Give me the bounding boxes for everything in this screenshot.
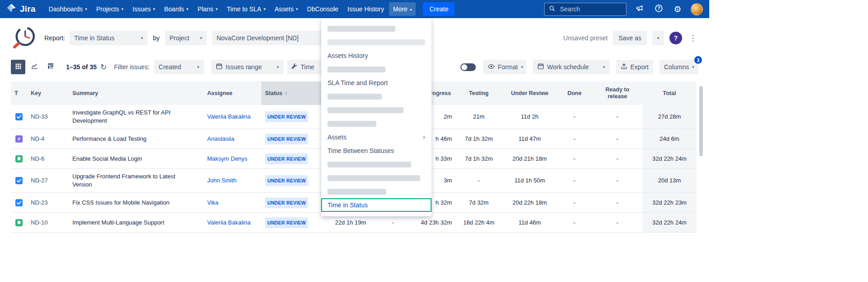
- more-options-button[interactable]: ⋮: [688, 33, 698, 43]
- column-header-label: Status: [265, 90, 282, 97]
- nav-items: Dashboards▾Projects▾Issues▾Boards▾Plans▾…: [45, 2, 416, 16]
- assignee-link[interactable]: Vika: [207, 199, 218, 207]
- menu-item-assets[interactable]: Assets›: [321, 130, 432, 144]
- pivot-view-button[interactable]: [43, 60, 58, 74]
- chevron-down-icon: ▾: [85, 7, 87, 11]
- column-header-label: Key: [31, 90, 41, 97]
- status-badge: UNDER REVIEW: [265, 111, 308, 122]
- column-header-status[interactable]: Status↑: [261, 81, 322, 105]
- column-header-assignee[interactable]: Assignee: [204, 81, 261, 105]
- menu-item-redacted[interactable]: [321, 35, 432, 49]
- assignee-link[interactable]: Maksym Denys: [207, 155, 247, 163]
- assignee-link[interactable]: John Smith: [207, 177, 237, 185]
- menu-item-redacted[interactable]: [321, 185, 432, 198]
- menu-item-redacted[interactable]: [321, 158, 432, 171]
- announcements-button[interactable]: [634, 3, 645, 15]
- column-header-label: Done: [567, 90, 581, 97]
- cell-total: 20d 13m: [642, 169, 697, 192]
- nav-item-issues[interactable]: Issues▾: [128, 2, 159, 16]
- menu-item-redacted[interactable]: [321, 22, 432, 35]
- search-input[interactable]: [559, 5, 622, 13]
- help-button[interactable]: ?: [653, 3, 664, 15]
- format-select[interactable]: Format ▾: [483, 60, 526, 74]
- assignee-link[interactable]: Valeriia Bakalina: [207, 219, 251, 227]
- menu-item-assets-history[interactable]: Assets History: [321, 49, 432, 62]
- save-as-chevron-button[interactable]: ▾: [652, 31, 664, 45]
- jira-logo[interactable]: Jira: [6, 3, 36, 15]
- column-header-under_review[interactable]: Under Review: [503, 81, 556, 105]
- cell-total: 24d 6m: [642, 129, 697, 148]
- nav-item-dashboards[interactable]: Dashboards▾: [45, 2, 91, 16]
- menu-item-label: Assets: [327, 134, 346, 141]
- create-button[interactable]: Create: [423, 2, 455, 16]
- menu-item-redacted[interactable]: [321, 117, 432, 130]
- menu-item-sla-time-and-report[interactable]: SLA Time and Report: [321, 76, 432, 90]
- report-help-button[interactable]: ?: [669, 32, 682, 44]
- nav-item-projects[interactable]: Projects▾: [92, 2, 128, 16]
- filter-issues-label: Filter issues:: [114, 63, 150, 71]
- line-chart-icon: [31, 62, 38, 72]
- chart-view-button[interactable]: [27, 60, 42, 74]
- menu-item-redacted[interactable]: [321, 171, 432, 185]
- issues-range-select[interactable]: Issues range ▾: [211, 60, 284, 74]
- settings-button[interactable]: ⚙: [672, 3, 683, 15]
- chevron-down-icon: ▾: [200, 36, 202, 40]
- report-type-select[interactable]: Time in Status ▾: [70, 31, 147, 45]
- menu-item-redacted[interactable]: [321, 103, 432, 117]
- nav-item-plans[interactable]: Plans▾: [194, 2, 222, 16]
- work-schedule-select[interactable]: Work schedule ▾: [533, 60, 610, 74]
- filter-field-select[interactable]: Created ▾: [154, 60, 204, 74]
- scope-select[interactable]: Project ▾: [165, 31, 207, 45]
- cell-total: 27d 28m: [642, 105, 697, 129]
- cell-summary: Upgrade Frontend Framework to Latest Ver…: [69, 169, 204, 192]
- column-header-testing[interactable]: Testing: [455, 81, 503, 105]
- view-toggle[interactable]: [460, 63, 476, 71]
- menu-item-label: Time in Status: [327, 201, 368, 209]
- menu-item-redacted[interactable]: [321, 62, 432, 76]
- nav-item-time-to-sla[interactable]: Time to SLA▾: [223, 2, 270, 16]
- column-header-label: Under Review: [511, 90, 549, 97]
- cell-under_review: 20d 22h 18m: [503, 195, 556, 210]
- column-header-total[interactable]: Total: [642, 81, 697, 105]
- chevron-down-icon: ▾: [603, 65, 605, 69]
- refresh-button[interactable]: ↻: [100, 63, 107, 71]
- cell-key: ND-4: [27, 131, 69, 147]
- nav-item-dbconsole[interactable]: DbConsole: [303, 2, 342, 16]
- columns-label: Columns: [664, 63, 689, 71]
- menu-item-time-in-status[interactable]: Time in Status: [321, 198, 432, 212]
- work-schedule-label: Work schedule: [547, 63, 589, 71]
- assignee-link[interactable]: Valeriia Bakalina: [207, 113, 251, 121]
- column-header-type[interactable]: T: [11, 81, 27, 105]
- columns-select[interactable]: Columns ▾ 3: [659, 60, 698, 74]
- status-badge: UNDER REVIEW: [265, 197, 308, 208]
- export-button[interactable]: Export: [616, 60, 653, 74]
- column-header-done[interactable]: Done: [556, 81, 593, 105]
- search-box[interactable]: [544, 3, 626, 16]
- nav-item-label: Time to SLA: [227, 5, 261, 13]
- nav-item-assets[interactable]: Assets▾: [270, 2, 302, 16]
- assignee-link[interactable]: Anastasiia: [207, 135, 234, 143]
- cell-done: -: [556, 173, 593, 188]
- scrollbar-thumb[interactable]: [699, 86, 703, 156]
- preset-status: Unsaved preset: [563, 34, 607, 42]
- report-label: Report:: [44, 34, 65, 42]
- cell-key: ND-27: [27, 173, 69, 188]
- column-header-label: T: [14, 90, 18, 97]
- cell-total: 32d 22h 24m: [642, 149, 697, 168]
- column-header-key[interactable]: Key: [27, 81, 69, 105]
- column-header-ready[interactable]: Ready to release: [593, 81, 642, 105]
- menu-item-time-between-statuses[interactable]: Time Between Statuses: [321, 144, 432, 158]
- cell-status: UNDER REVIEW: [261, 214, 322, 232]
- column-header-label: Assignee: [207, 90, 232, 97]
- avatar[interactable]: [691, 3, 703, 15]
- menu-item-redacted[interactable]: [321, 90, 432, 103]
- save-as-button[interactable]: Save as: [613, 31, 647, 45]
- toggle-knob: [461, 64, 467, 70]
- nav-item-more[interactable]: More▴: [389, 2, 416, 16]
- grid-view-button[interactable]: [11, 60, 25, 74]
- nav-item-issue-history[interactable]: Issue History: [343, 2, 388, 16]
- nav-item-boards[interactable]: Boards▾: [160, 2, 193, 16]
- nav-item-label: Dashboards: [49, 5, 83, 13]
- column-header-summary[interactable]: Summary: [69, 81, 204, 105]
- project-select[interactable]: NovaCore Development [ND] ▾: [212, 31, 333, 45]
